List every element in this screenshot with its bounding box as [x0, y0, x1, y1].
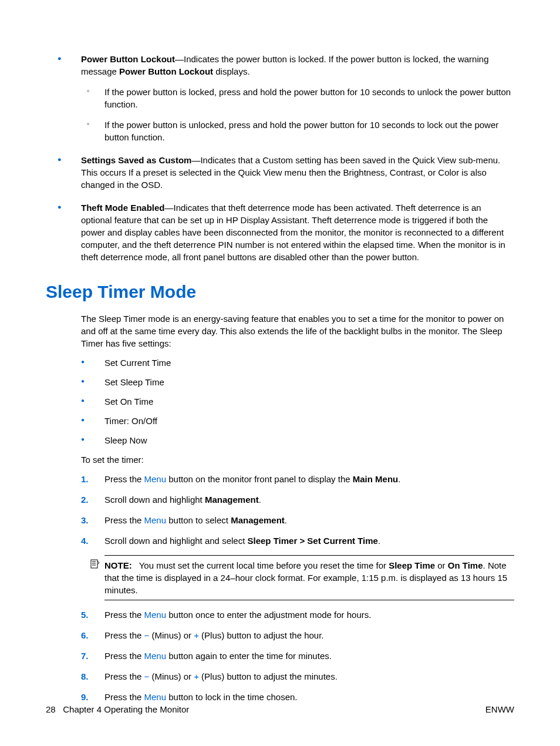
- page-footer: 28 Chapter 4 Operating the Monitor ENWW: [46, 703, 514, 715]
- chapter-label: Chapter 4 Operating the Monitor: [63, 704, 189, 714]
- step-number: 2.: [81, 493, 89, 506]
- note-callout: NOTE:You must set the current local time…: [104, 555, 514, 600]
- step: 6.Press the − (Minus) or + (Plus) button…: [81, 629, 514, 641]
- setting-item: Set Sleep Time: [104, 376, 514, 388]
- step-number: 5.: [81, 609, 89, 621]
- minus-button-ref: −: [144, 671, 150, 681]
- menu-button-ref: Menu: [144, 515, 167, 525]
- step-number: 1.: [81, 473, 89, 485]
- steps-list-continued: 5.Press the Menu button once to enter th…: [81, 609, 514, 703]
- step-number: 3.: [81, 514, 89, 526]
- menu-button-ref: Menu: [144, 610, 167, 620]
- step: 2.Scroll down and highlight Management.: [81, 493, 514, 506]
- section-heading: Sleep Timer Mode: [46, 280, 514, 304]
- note-label: NOTE:: [104, 560, 132, 570]
- step-number: 6.: [81, 629, 89, 641]
- menu-button-ref: Menu: [144, 692, 167, 702]
- to-set-label: To set the timer:: [81, 453, 514, 466]
- setting-item: Timer: On/Off: [104, 415, 514, 427]
- step: 7.Press the Menu button again to enter t…: [81, 650, 514, 662]
- bullet-power-lockout: Power Button Lockout—Indicates the power…: [81, 53, 514, 143]
- plus-button-ref: +: [194, 630, 199, 640]
- menu-button-ref: Menu: [144, 651, 167, 661]
- plus-button-ref: +: [194, 671, 199, 681]
- step-number: 8.: [81, 670, 89, 683]
- footer-left: 28 Chapter 4 Operating the Monitor: [46, 703, 189, 715]
- step: 5.Press the Menu button once to enter th…: [81, 609, 514, 621]
- page-number: 28: [46, 704, 56, 714]
- bullet-title: Theft Mode Enabled: [81, 203, 165, 213]
- setting-item: Set Current Time: [104, 357, 514, 369]
- setting-item: Set On Time: [104, 395, 514, 408]
- step-number: 7.: [81, 650, 89, 662]
- step: 4.Scroll down and highlight and select S…: [81, 535, 514, 547]
- minus-button-ref: −: [144, 630, 150, 640]
- sleep-intro-paragraph: The Sleep Timer mode is an energy-saving…: [81, 312, 514, 350]
- bullet-settings-saved: Settings Saved as Custom—Indicates that …: [81, 154, 514, 191]
- step: 9.Press the Menu button to lock in the t…: [81, 691, 514, 703]
- sub-bullet: If the power button is locked, press and…: [104, 86, 514, 110]
- step: 3.Press the Menu button to select Manage…: [81, 514, 514, 526]
- step-number: 9.: [81, 691, 89, 703]
- step-number: 4.: [81, 535, 89, 547]
- bullet-theft-mode: Theft Mode Enabled—Indicates that theft …: [81, 201, 514, 263]
- sub-bullet-list: If the power button is locked, press and…: [104, 86, 514, 143]
- bullet-title: Settings Saved as Custom: [81, 155, 191, 165]
- settings-list: Set Current Time Set Sleep Time Set On T…: [104, 357, 514, 446]
- steps-list: 1.Press the Menu button on the monitor f…: [81, 473, 514, 547]
- main-bullet-list: Power Button Lockout—Indicates the power…: [81, 53, 514, 263]
- menu-button-ref: Menu: [144, 474, 167, 484]
- note-icon: [90, 559, 100, 569]
- setting-item: Sleep Now: [104, 434, 514, 446]
- step: 1.Press the Menu button on the monitor f…: [81, 473, 514, 485]
- bullet-title: Power Button Lockout: [81, 54, 175, 64]
- sub-bullet: If the power button is unlocked, press a…: [104, 119, 514, 143]
- step: 8.Press the − (Minus) or + (Plus) button…: [81, 670, 514, 683]
- footer-right: ENWW: [485, 703, 514, 715]
- svg-rect-0: [91, 560, 97, 568]
